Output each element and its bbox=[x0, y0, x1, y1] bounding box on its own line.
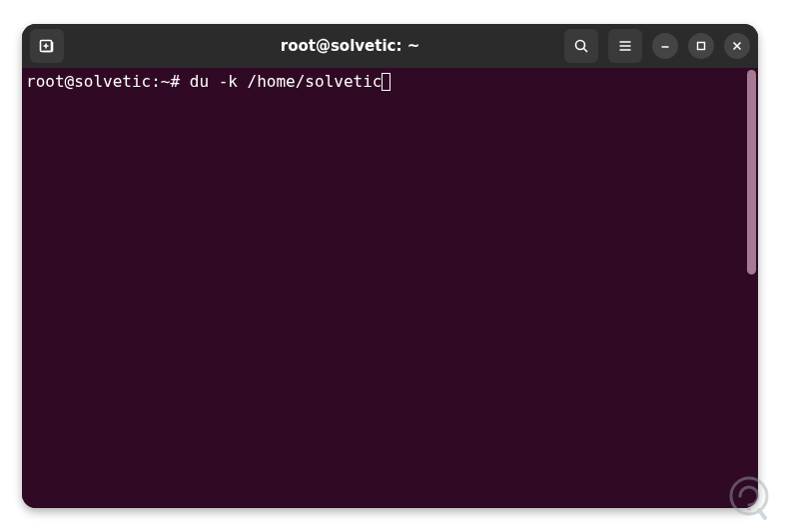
window-title: root@solvetic: ~ bbox=[160, 37, 540, 55]
close-button[interactable] bbox=[724, 33, 750, 59]
shell-prompt: root@solvetic:~# bbox=[26, 72, 190, 92]
search-icon bbox=[573, 38, 589, 54]
svg-rect-11 bbox=[698, 43, 705, 50]
new-tab-button[interactable] bbox=[30, 29, 64, 63]
watermark-logo bbox=[721, 470, 777, 526]
new-tab-icon bbox=[38, 37, 56, 55]
hamburger-menu-button[interactable] bbox=[608, 29, 642, 63]
search-button[interactable] bbox=[564, 29, 598, 63]
maximize-icon bbox=[695, 40, 707, 52]
svg-line-6 bbox=[584, 49, 588, 53]
hamburger-icon bbox=[617, 38, 633, 54]
scrollbar-thumb[interactable] bbox=[747, 70, 756, 274]
svg-point-5 bbox=[576, 41, 585, 50]
cursor bbox=[382, 73, 391, 91]
terminal-window: root@solvetic: ~ bbox=[22, 24, 758, 508]
maximize-button[interactable] bbox=[688, 33, 714, 59]
close-icon bbox=[731, 40, 743, 52]
titlebar-right bbox=[540, 29, 750, 63]
minimize-icon bbox=[659, 40, 671, 52]
svg-point-15 bbox=[747, 507, 751, 511]
minimize-button[interactable] bbox=[652, 33, 678, 59]
titlebar-left bbox=[30, 29, 160, 63]
terminal-body[interactable]: root@solvetic:~# du -k /home/solvetic bbox=[22, 68, 758, 508]
shell-command: du -k /home/solvetic bbox=[190, 72, 383, 92]
titlebar: root@solvetic: ~ bbox=[22, 24, 758, 68]
terminal-line: root@solvetic:~# du -k /home/solvetic bbox=[26, 72, 752, 92]
